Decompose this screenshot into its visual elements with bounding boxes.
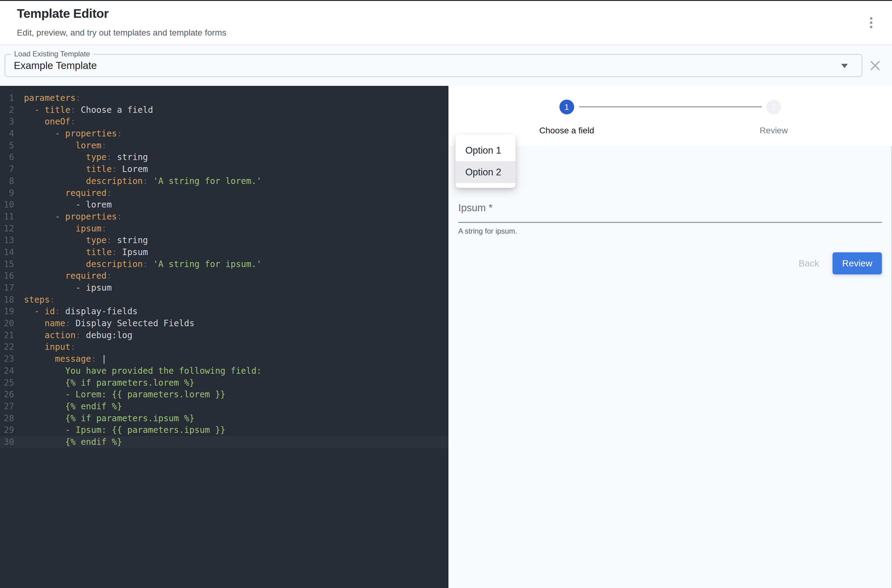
code-line[interactable]: 3 oneOf: — [0, 116, 448, 128]
line-number: 25 — [0, 377, 14, 389]
back-button[interactable]: Back — [790, 252, 828, 274]
code-text: description: 'A string for lorem.' — [24, 176, 261, 188]
code-line[interactable]: 1parameters: — [0, 92, 448, 104]
caret-down-icon — [841, 64, 848, 68]
line-number: 12 — [0, 223, 14, 235]
clear-template-button[interactable] — [868, 58, 883, 73]
code-line[interactable]: 2 - title: Choose a field — [0, 104, 448, 116]
code-text: message: | — [24, 353, 106, 365]
line-number: 14 — [0, 246, 14, 258]
line-number: 7 — [0, 164, 14, 176]
ipsum-text-field[interactable]: Ipsum * A string for ipsum. — [458, 202, 882, 236]
select-label: Load Existing Template — [11, 50, 93, 58]
header: Template Editor Edit, preview, and try o… — [0, 1, 892, 45]
code-line[interactable]: 9 required: — [0, 188, 448, 199]
line-number: 28 — [0, 412, 14, 424]
yaml-code-editor[interactable]: 1parameters:2 - title: Choose a field3 o… — [0, 86, 448, 588]
code-line[interactable]: 10 - lorem — [0, 199, 448, 211]
stepper-connector — [579, 106, 762, 107]
code-line[interactable]: 8 description: 'A string for lorem.' — [0, 176, 448, 188]
load-template-bar: Load Existing Template Example Template — [0, 45, 892, 86]
code-line[interactable]: 12 ipsum: — [0, 223, 448, 235]
code-text: - id: display-fields — [24, 306, 138, 318]
code-text: action: debug:log — [24, 330, 132, 342]
code-line[interactable]: 22 input: — [0, 341, 448, 353]
line-number: 13 — [0, 234, 14, 246]
code-line[interactable]: 28 {% if parameters.ipsum %} — [0, 412, 448, 424]
line-number: 11 — [0, 211, 14, 223]
line-number: 24 — [0, 365, 14, 377]
line-number: 1 — [0, 92, 14, 104]
code-line[interactable]: 26 - Lorem: {{ parameters.lorem }} — [0, 389, 448, 400]
code-text: {% if parameters.ipsum %} — [24, 412, 194, 424]
code-text: parameters: — [24, 92, 81, 104]
line-number: 21 — [0, 330, 14, 342]
main-split: 1parameters:2 - title: Choose a field3 o… — [0, 86, 892, 588]
line-number: 22 — [0, 341, 14, 353]
code-line[interactable]: 7 title: Lorem — [0, 164, 448, 176]
step-number-badge: 1 — [559, 100, 574, 114]
code-line[interactable]: 19 - id: display-fields — [0, 306, 448, 318]
code-text: - Lorem: {{ parameters.lorem }} — [24, 389, 225, 400]
select-value: Example Template — [14, 60, 97, 71]
line-number: 17 — [0, 282, 14, 294]
code-text: oneOf: — [24, 116, 76, 128]
code-line[interactable]: 4 - properties: — [0, 128, 448, 140]
code-line[interactable]: 29 - Ipsum: {{ parameters.ipsum }} — [0, 424, 448, 436]
code-text: {% endif %} — [24, 436, 122, 448]
code-text: lorem: — [24, 140, 106, 152]
template-editor-app: Template Editor Edit, preview, and try o… — [0, 0, 892, 588]
line-number: 3 — [0, 116, 14, 128]
code-text: - Ipsum: {{ parameters.ipsum }} — [24, 424, 225, 436]
code-text: description: 'A string for ipsum.' — [24, 258, 261, 270]
code-text: - properties: — [24, 211, 122, 223]
more-options-kebab-icon[interactable] — [868, 17, 875, 28]
close-icon — [870, 60, 880, 71]
code-line[interactable]: 30 {% endif %} — [0, 436, 448, 448]
code-line[interactable]: 23 message: | — [0, 353, 448, 365]
load-existing-template-select[interactable]: Load Existing Template Example Template — [4, 54, 862, 77]
menu-item[interactable]: Option 1 — [456, 140, 516, 161]
line-number: 26 — [0, 389, 14, 400]
code-line[interactable]: 27 {% endif %} — [0, 400, 448, 412]
code-line[interactable]: 20 name: Display Selected Fields — [0, 318, 448, 330]
code-text: steps: — [24, 294, 55, 306]
code-text: - ipsum — [24, 282, 112, 294]
code-text: - properties: — [24, 128, 122, 140]
code-text: - title: Choose a field — [24, 104, 153, 116]
review-button[interactable]: Review — [832, 252, 882, 274]
ipsum-field-helper-text: A string for ipsum. — [458, 227, 882, 236]
line-number: 6 — [0, 152, 14, 164]
line-number: 5 — [0, 140, 14, 152]
line-number: 9 — [0, 188, 14, 199]
code-line[interactable]: 16 required: — [0, 270, 448, 282]
menu-item[interactable]: Option 2 — [456, 161, 516, 183]
line-number: 30 — [0, 436, 14, 448]
code-text: title: Ipsum — [24, 246, 148, 258]
line-number: 19 — [0, 306, 14, 318]
code-line[interactable]: 14 title: Ipsum — [0, 246, 448, 258]
step-label: Choose a field — [539, 126, 594, 135]
code-line[interactable]: 13 type: string — [0, 234, 448, 246]
code-line[interactable]: 21 action: debug:log — [0, 330, 448, 342]
code-line[interactable]: 5 lorem: — [0, 140, 448, 152]
code-line[interactable]: 24 You have provided the following field… — [0, 365, 448, 377]
code-line[interactable]: 17 - ipsum — [0, 282, 448, 294]
code-line[interactable]: 15 description: 'A string for ipsum.' — [0, 258, 448, 270]
code-text: {% if parameters.lorem %} — [24, 377, 194, 389]
line-number: 10 — [0, 199, 14, 211]
line-number: 18 — [0, 294, 14, 306]
code-text: required: — [24, 270, 112, 282]
code-line[interactable]: 11 - properties: — [0, 211, 448, 223]
step-number-badge: 2 — [766, 100, 781, 114]
code-line[interactable]: 6 type: string — [0, 152, 448, 164]
ipsum-field-underline — [458, 222, 882, 223]
line-number: 2 — [0, 104, 14, 116]
code-line[interactable]: 25 {% if parameters.lorem %} — [0, 377, 448, 389]
line-number: 29 — [0, 424, 14, 436]
code-line[interactable]: 18steps: — [0, 294, 448, 306]
step-label: Review — [760, 126, 788, 135]
code-text: - lorem — [24, 199, 112, 211]
code-text: You have provided the following field: — [24, 365, 261, 377]
ipsum-field-label: Ipsum * — [458, 202, 882, 214]
